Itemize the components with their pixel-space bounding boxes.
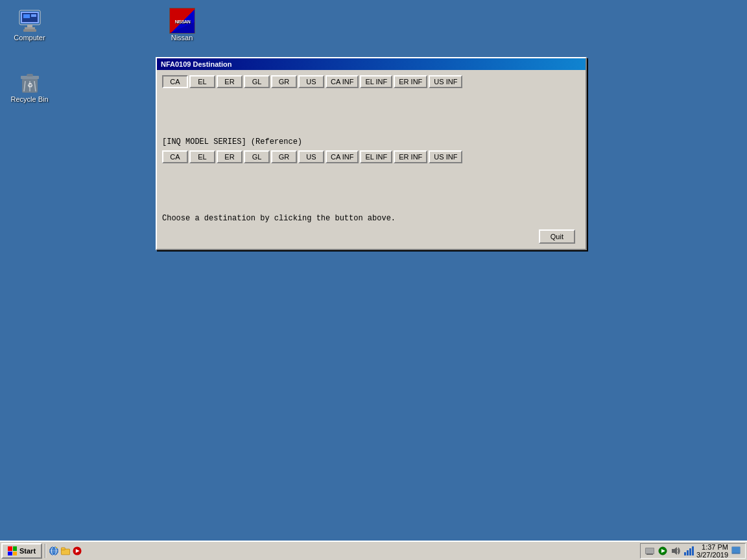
dest-btn-gr-bottom[interactable]: GR (271, 150, 297, 163)
computer-icon-label: Computer (14, 34, 45, 41)
dest-btn-el-inf-top[interactable]: EL INF (360, 75, 392, 88)
recycle-bin-icon-label: Recycle Bin (10, 95, 48, 103)
dest-btn-el-top[interactable]: EL (189, 75, 215, 88)
dest-btn-us-inf-bottom[interactable]: US INF (429, 150, 462, 163)
svg-text:♻: ♻ (27, 82, 32, 89)
svg-rect-34 (689, 548, 691, 555)
svg-rect-11 (27, 74, 33, 76)
tray-icon-2[interactable] (658, 546, 668, 556)
bottom-spacer (162, 167, 580, 206)
nissan-icon-img: NISSAN (169, 8, 195, 34)
start-label: Start (19, 547, 36, 555)
quit-button[interactable]: Quit (539, 229, 575, 244)
taskbar-folder-icon[interactable] (60, 546, 71, 556)
taskbar-ie-icon[interactable] (49, 546, 59, 556)
svg-rect-7 (25, 27, 35, 29)
tray-time: 1:37 PM (702, 543, 728, 551)
dest-btn-ca-bottom[interactable]: CA (162, 150, 188, 163)
svg-rect-28 (646, 554, 653, 555)
tray-date: 3/27/2019 (696, 551, 728, 559)
window-title: NFA0109 Destination (161, 60, 231, 68)
dest-btn-ca-top[interactable]: CA (162, 75, 188, 88)
dest-btn-er-top[interactable]: ER (217, 75, 243, 88)
window-content: CA EL ER GL GR US CA INF EL INF ER INF U… (157, 70, 586, 249)
bottom-destination-buttons: CA EL ER GL GR US CA INF EL INF ER INF U… (162, 150, 580, 163)
start-button[interactable]: Start (1, 543, 42, 559)
computer-desktop-icon[interactable]: Computer (5, 5, 54, 44)
dest-btn-us-inf-top[interactable]: US INF (429, 75, 462, 88)
nissan-desktop-icon[interactable]: NISSAN Nissan (158, 5, 206, 44)
dest-btn-ca-inf-bottom[interactable]: CA INF (326, 150, 359, 163)
dest-btn-gr-top[interactable]: GR (271, 75, 297, 88)
computer-icon (17, 8, 43, 34)
dest-btn-el-inf-bottom[interactable]: EL INF (360, 150, 392, 163)
top-destination-buttons: CA EL ER GL GR US CA INF EL INF ER INF U… (162, 75, 580, 88)
quit-area: Quit (162, 223, 580, 244)
svg-rect-6 (27, 25, 32, 27)
svg-marker-31 (672, 547, 677, 555)
dest-btn-er-inf-top[interactable]: ER INF (394, 75, 427, 88)
svg-rect-4 (23, 14, 30, 18)
tray-show-desktop-icon[interactable] (731, 546, 741, 556)
nfa0109-window: NFA0109 Destination CA EL ER GL GR US CA… (156, 57, 587, 250)
section-label: [INQ MODEL SERIES] (Reference) (162, 137, 580, 146)
system-tray: 1:37 PM 3/27/2019 (640, 543, 746, 559)
dest-btn-us-bottom[interactable]: US (298, 150, 324, 163)
dest-btn-ca-inf-top[interactable]: CA INF (326, 75, 359, 88)
dest-btn-gl-top[interactable]: GL (244, 75, 270, 88)
top-spacer (162, 92, 580, 131)
taskbar-media-icon[interactable] (72, 546, 82, 556)
tray-icon-3[interactable] (670, 546, 681, 556)
tray-icon-4[interactable] (683, 546, 694, 556)
dest-btn-el-bottom[interactable]: EL (189, 150, 215, 163)
svg-rect-27 (646, 548, 654, 554)
svg-rect-32 (684, 552, 686, 555)
recycle-bin-desktop-icon[interactable]: ♻ Recycle Bin (5, 67, 54, 106)
recycle-bin-icon: ♻ (17, 69, 43, 95)
taskbar-programs (49, 546, 640, 556)
instruction-text: Choose a destination by clicking the but… (162, 214, 580, 223)
dest-btn-er-inf-bottom[interactable]: ER INF (394, 150, 427, 163)
svg-rect-33 (687, 550, 689, 555)
svg-rect-35 (692, 546, 694, 555)
taskbar: Start (0, 541, 747, 560)
nissan-icon-label: Nissan (171, 34, 193, 41)
svg-rect-8 (23, 29, 36, 32)
svg-rect-37 (732, 547, 740, 553)
tray-icon-1[interactable] (645, 546, 655, 556)
dest-btn-gl-bottom[interactable]: GL (244, 150, 270, 163)
windows-logo-icon (8, 546, 17, 555)
dest-btn-us-top[interactable]: US (298, 75, 324, 88)
dest-btn-er-bottom[interactable]: ER (217, 150, 243, 163)
svg-rect-5 (31, 14, 36, 17)
tray-clock[interactable]: 1:37 PM 3/27/2019 (696, 543, 728, 559)
svg-rect-23 (62, 548, 65, 550)
taskbar-divider-1 (45, 544, 46, 558)
window-titlebar[interactable]: NFA0109 Destination (157, 58, 586, 70)
